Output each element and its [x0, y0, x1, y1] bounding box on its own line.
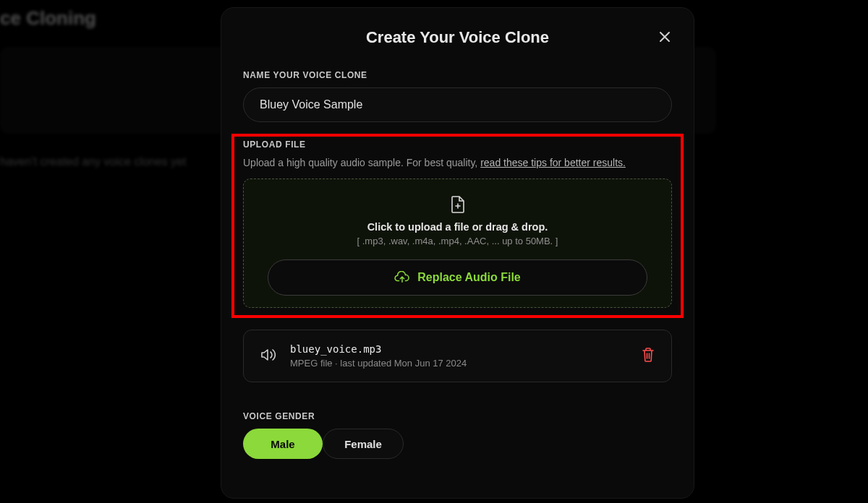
replace-audio-label: Replace Audio File: [417, 271, 521, 284]
modal-title: Create Your Voice Clone: [243, 28, 672, 47]
trash-icon: [641, 347, 655, 363]
file-meta: bluey_voice.mp3 MPEG file · last updated…: [290, 343, 628, 369]
name-field-label: NAME YOUR VOICE CLONE: [243, 70, 672, 80]
upload-description: Upload a high quality audio sample. For …: [243, 157, 672, 168]
bg-empty-text: haven't created any voice clones yet: [0, 155, 186, 168]
upload-dropzone[interactable]: Click to upload a file or drag & drop. […: [243, 179, 672, 308]
close-button[interactable]: [655, 27, 675, 47]
upload-tips-link[interactable]: read these tips for better results.: [480, 157, 626, 168]
delete-file-button[interactable]: [641, 347, 655, 366]
replace-audio-button[interactable]: Replace Audio File: [268, 259, 647, 296]
speaker-icon[interactable]: [260, 347, 277, 366]
file-subtitle: MPEG file · last updated Mon Jun 17 2024: [290, 358, 628, 369]
cloud-upload-icon: [394, 271, 410, 284]
gender-toggle: Male Female: [243, 429, 404, 459]
gender-option-male[interactable]: Male: [243, 429, 323, 459]
upload-description-text: Upload a high quality audio sample. For …: [243, 157, 480, 168]
bg-page-title: ce Cloning: [0, 7, 96, 30]
file-name: bluey_voice.mp3: [290, 343, 628, 355]
uploaded-file-row: bluey_voice.mp3 MPEG file · last updated…: [243, 330, 672, 382]
gender-label: VOICE GENDER: [243, 411, 672, 421]
upload-field-label: UPLOAD FILE: [243, 139, 672, 150]
voice-clone-name-input[interactable]: [243, 87, 672, 122]
close-icon: [659, 31, 671, 43]
dropzone-instruction: Click to upload a file or drag & drop.: [255, 221, 660, 233]
dropzone-formats: [ .mp3, .wav, .m4a, .mp4, .AAC, ... up t…: [255, 236, 660, 246]
file-add-icon: [255, 195, 660, 214]
upload-section: UPLOAD FILE Upload a high quality audio …: [243, 139, 672, 308]
modal-header: Create Your Voice Clone: [243, 28, 672, 47]
gender-option-female[interactable]: Female: [323, 429, 404, 459]
create-voice-clone-modal: Create Your Voice Clone NAME YOUR VOICE …: [221, 7, 694, 499]
name-section: NAME YOUR VOICE CLONE: [243, 70, 672, 122]
gender-section: VOICE GENDER Male Female: [243, 411, 672, 459]
